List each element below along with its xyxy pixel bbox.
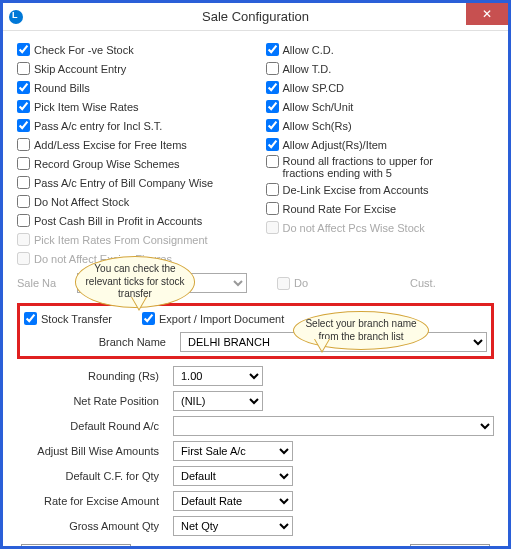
left-check-9[interactable]: Post Cash Bill in Profit in Accounts [17, 212, 246, 229]
default-round-ac-label: Default Round A/c [17, 420, 167, 432]
left-check-5[interactable]: Add/Less Excise for Free Items [17, 136, 246, 153]
do-not-affect-cust-prefix: Do [294, 277, 308, 289]
left-check-8[interactable]: Do Not Affect Stock [17, 193, 246, 210]
ok-button[interactable]: Ok [410, 544, 490, 549]
left-check-7[interactable]: Pass A/c Entry of Bill Company Wise [17, 174, 246, 191]
left-check-label-5: Add/Less Excise for Free Items [34, 139, 187, 151]
right-check-3[interactable]: Allow Sch/Unit [266, 98, 495, 115]
close-button[interactable]: ✕ [466, 3, 508, 25]
right-check-label-9: Do not Affect Pcs Wise Stock [283, 222, 425, 234]
left-check-0[interactable]: Check For -ve Stock [17, 41, 246, 58]
right-check-1[interactable]: Allow T.D. [266, 60, 495, 77]
rate-excise-select[interactable]: Default Rate [173, 491, 293, 511]
right-check-0[interactable]: Allow C.D. [266, 41, 495, 58]
default-cf-qty-select[interactable]: Default [173, 466, 293, 486]
left-check-1[interactable]: Skip Account Entry [17, 60, 246, 77]
net-rate-position-label: Net Rate Position [17, 395, 167, 407]
adjust-bill-wise-label: Adjust Bill Wise Amounts [17, 445, 167, 457]
net-rate-position-select[interactable]: (NIL) [173, 391, 263, 411]
right-check-label-7: De-Link Excise from Accounts [283, 184, 429, 196]
callout-branch: Select your branch name from the branch … [293, 311, 429, 350]
stock-transfer-label: Stock Transfer [41, 313, 112, 325]
left-check-label-10: Pick Item Rates From Consignment [34, 234, 208, 246]
right-check-9: Do not Affect Pcs Wise Stock [266, 219, 495, 236]
rounding-select[interactable]: 1.00 [173, 366, 263, 386]
default-round-ac-select[interactable] [173, 416, 494, 436]
right-check-label-4: Allow Sch(Rs) [283, 120, 352, 132]
default-cf-qty-label: Default C.F. for Qty [17, 470, 167, 482]
gross-amount-qty-select[interactable]: Net Qty [173, 516, 293, 536]
right-check-7[interactable]: De-Link Excise from Accounts [266, 181, 495, 198]
options-grid: Check For -ve StockSkip Account EntryRou… [17, 41, 494, 267]
close-icon: ✕ [482, 7, 492, 21]
left-check-label-9: Post Cash Bill in Profit in Accounts [34, 215, 202, 227]
export-import-checkbox[interactable]: Export / Import Document [142, 310, 284, 327]
right-check-label-5: Allow Adjust(Rs)/Item [283, 139, 388, 151]
left-check-label-1: Skip Account Entry [34, 63, 126, 75]
right-check-label-6: Round all fractions to upper for fractio… [283, 155, 473, 179]
rounding-label: Rounding (Rs) [17, 370, 167, 382]
gross-amount-qty-label: Gross Amount Qty [17, 520, 167, 532]
left-column: Check For -ve StockSkip Account EntryRou… [17, 41, 246, 267]
left-check-4[interactable]: Pass A/c entry for Incl S.T. [17, 117, 246, 134]
left-check-label-0: Check For -ve Stock [34, 44, 134, 56]
adjust-bill-wise-select[interactable]: First Sale A/c [173, 441, 293, 461]
sale-nature-label-prefix: Sale Na [17, 275, 71, 292]
branch-name-label: Branch Name [24, 336, 174, 348]
left-check-10: Pick Item Rates From Consignment [17, 231, 246, 248]
title-bar: Sale Configuration ✕ [3, 3, 508, 31]
right-check-5[interactable]: Allow Adjust(Rs)/Item [266, 136, 495, 153]
right-check-2[interactable]: Allow SP.CD [266, 79, 495, 96]
window-title: Sale Configuration [3, 9, 508, 24]
stock-transfer-checkbox[interactable]: Stock Transfer [24, 310, 112, 327]
right-column: Allow C.D.Allow T.D.Allow SP.CDAllow Sch… [266, 41, 495, 267]
left-check-label-2: Round Bills [34, 82, 90, 94]
calculation-mode-button[interactable]: Calculation Mode [21, 544, 131, 549]
export-import-label: Export / Import Document [159, 313, 284, 325]
form-rows: Rounding (Rs) 1.00 Net Rate Position (NI… [17, 363, 494, 538]
left-check-label-4: Pass A/c entry for Incl S.T. [34, 120, 162, 132]
right-check-label-1: Allow T.D. [283, 63, 332, 75]
left-check-label-7: Pass A/c Entry of Bill Company Wise [34, 177, 213, 189]
right-check-label-3: Allow Sch/Unit [283, 101, 354, 113]
left-check-2[interactable]: Round Bills [17, 79, 246, 96]
rate-excise-label: Rate for Excise Amount [17, 495, 167, 507]
callout-stock-transfer: You can check the relevant ticks for sto… [75, 256, 195, 308]
left-check-label-3: Pick Item Wise Rates [34, 101, 139, 113]
right-check-8[interactable]: Round Rate For Excise [266, 200, 495, 217]
right-check-label-8: Round Rate For Excise [283, 203, 397, 215]
right-check-label-0: Allow C.D. [283, 44, 334, 56]
left-check-3[interactable]: Pick Item Wise Rates [17, 98, 246, 115]
left-check-label-6: Record Group Wise Schemes [34, 158, 180, 170]
right-check-6[interactable]: Round all fractions to upper for fractio… [266, 155, 495, 179]
left-check-6[interactable]: Record Group Wise Schemes [17, 155, 246, 172]
do-not-affect-cust-checkbox: Do Cust. [277, 275, 436, 292]
do-not-affect-cust-suffix: Cust. [410, 277, 436, 289]
left-check-label-8: Do Not Affect Stock [34, 196, 129, 208]
right-check-label-2: Allow SP.CD [283, 82, 345, 94]
right-check-4[interactable]: Allow Sch(Rs) [266, 117, 495, 134]
